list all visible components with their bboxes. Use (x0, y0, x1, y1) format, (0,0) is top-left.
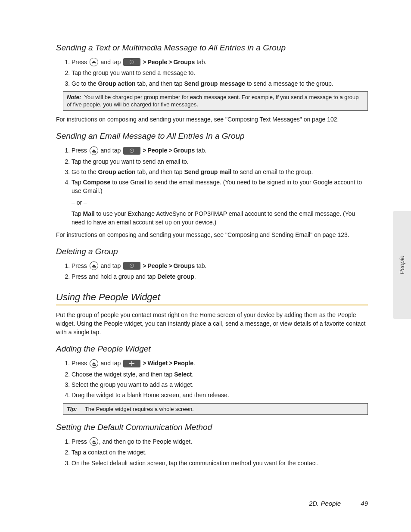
chevron-right-icon: > (168, 262, 172, 269)
step: Tap a contact on the widget. (72, 448, 368, 457)
step: Tap the group you want to send an email … (72, 157, 368, 166)
apps-icon (123, 262, 140, 270)
paragraph: For instructions on composing and sendin… (56, 230, 368, 239)
step: Choose the widget style, and then tap Se… (72, 370, 368, 379)
home-icon (90, 359, 98, 368)
people-label: People (147, 59, 167, 65)
chevron-right-icon: > (143, 147, 146, 154)
step: Press and hold a group and tap Delete gr… (72, 272, 368, 281)
heading-delete-group: Deleting a Group (56, 247, 368, 256)
note-box: Note: You will be charged per group memb… (63, 91, 368, 111)
note-text: You will be charged per group member for… (67, 94, 358, 108)
step: Press , and then go to the People widget… (72, 437, 368, 446)
heading-send-mms-group: Sending a Text or Multimedia Message to … (56, 43, 368, 53)
apps-icon (123, 58, 140, 66)
apps-icon (123, 147, 140, 155)
side-tab: People (393, 211, 411, 319)
step: Go to the Group action tab, and then tap… (72, 79, 368, 88)
steps-delete-group: Press and tap >People>Groups tab. Press … (56, 261, 368, 281)
heading-people-widget: Using the People Widget (56, 292, 368, 303)
plus-icon (123, 360, 140, 367)
step: Press and tap >Widget>People. (72, 359, 368, 368)
tip-box: Tip: The People widget requires a whole … (63, 403, 368, 415)
step: Press and tap >People>Groups tab. (72, 146, 368, 155)
chevron-right-icon: > (143, 360, 146, 367)
steps-add-widget: Press and tap >Widget>People. Choose the… (56, 359, 368, 399)
chevron-right-icon: > (143, 262, 146, 269)
chevron-right-icon: > (169, 360, 172, 367)
heading-add-widget: Adding the People Widget (56, 344, 368, 354)
step: Press and tap >People>Groups tab. (72, 58, 368, 67)
tip-text: The People widget requires a whole scree… (85, 406, 194, 412)
groups-label: Groups (173, 59, 195, 65)
step: Press and tap >People>Groups tab. (72, 261, 368, 271)
side-tab-label: People (399, 255, 405, 274)
home-icon (90, 261, 98, 270)
or-divider: – or – (72, 198, 368, 207)
step: Go to the Group action tab, and then tap… (72, 168, 368, 176)
page-content: Sending a Text or Multimedia Message to … (0, 0, 411, 467)
step: Tap the group you want to send a message… (72, 68, 368, 77)
home-icon (90, 437, 98, 446)
step-alt: Tap Mail to use your Exchange ActiveSync… (72, 209, 368, 227)
heading-default-comm: Setting the Default Communication Method (56, 423, 368, 432)
accent-rule (56, 305, 368, 305)
step: Tap Compose to use Gmail to send the ema… (72, 178, 368, 227)
footer-page-number: 49 (361, 500, 368, 507)
steps-default-comm: Press , and then go to the People widget… (56, 437, 368, 467)
step: On the Select default action screen, tap… (72, 459, 368, 467)
chevron-right-icon: > (168, 59, 172, 65)
paragraph: For instructions on composing and sendin… (56, 115, 368, 124)
step: Select the group you want to add as a wi… (72, 380, 368, 389)
chevron-right-icon: > (143, 59, 146, 65)
paragraph: Put the group of people you contact most… (56, 311, 368, 337)
heading-send-email-group: Sending an Email Message to All Entries … (56, 131, 368, 141)
footer-section: 2D. People (309, 500, 341, 507)
steps-send-email-group: Press and tap >People>Groups tab. Tap th… (56, 146, 368, 227)
step: Drag the widget to a blank Home screen, … (72, 391, 368, 399)
note-label: Note: (67, 94, 81, 100)
home-icon (90, 146, 98, 155)
home-icon (90, 58, 98, 66)
chevron-right-icon: > (168, 147, 172, 154)
steps-send-mms-group: Press and tap >People>Groups tab. Tap th… (56, 58, 368, 88)
tip-label: Tip: (67, 406, 77, 412)
page-footer: 2D. People 49 (309, 500, 368, 507)
